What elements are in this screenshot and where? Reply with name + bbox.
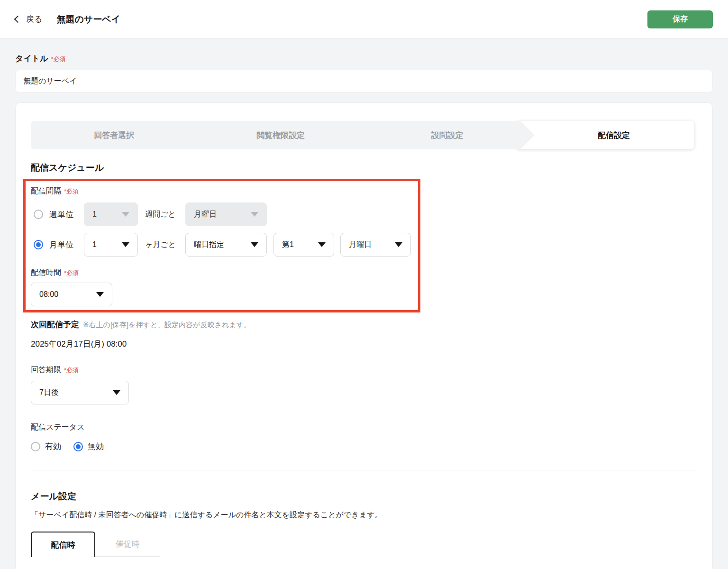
monthly-suffix: ヶ月ごと: [145, 240, 185, 250]
caret-down-icon: [251, 242, 258, 247]
tab-on-reminder[interactable]: 催促時: [95, 532, 160, 557]
weekly-radio[interactable]: [34, 210, 43, 219]
monthly-count-select[interactable]: 1: [84, 233, 138, 257]
deadline-required-badge: *必須: [64, 366, 79, 375]
title-required-badge: *必須: [51, 55, 66, 64]
status-option-enabled[interactable]: 有効: [31, 441, 61, 452]
weekly-interval-row: 週単位 1 週間ごと 月曜日: [34, 202, 410, 226]
weekly-count-select[interactable]: 1: [84, 202, 138, 226]
deadline-label: 回答期限: [31, 365, 61, 375]
caret-down-icon: [96, 292, 104, 297]
step-respondent-selection[interactable]: 回答者選択: [31, 121, 198, 149]
chevron-left-icon: [14, 16, 22, 23]
app-header: 戻る 無題のサーベイ 保存: [0, 0, 728, 39]
next-delivery-label: 次回配信予定: [31, 319, 79, 330]
status-disabled-label: 無効: [88, 441, 104, 452]
step-view-permission[interactable]: 閲覧権限設定: [198, 121, 364, 149]
step-bar: 回答者選択 閲覧権限設定 設問設定 配信設定: [31, 121, 697, 149]
monthly-ordinal-value: 第1: [282, 240, 294, 250]
step-question-settings[interactable]: 設問設定: [364, 121, 531, 149]
status-enabled-radio[interactable]: [31, 442, 40, 451]
page-title: 無題のサーベイ: [56, 13, 120, 26]
delivery-time-required-badge: *必須: [64, 269, 79, 277]
status-disabled-radio[interactable]: [73, 442, 83, 451]
deadline-value: 7日後: [39, 388, 59, 398]
save-button[interactable]: 保存: [647, 10, 713, 28]
interval-label: 配信間隔: [31, 186, 61, 196]
weekly-weekday-select[interactable]: 月曜日: [185, 202, 267, 226]
main-content: タイトル *必須 回答者選択 閲覧権限設定 設問設定 配信設定 配信スケジュール…: [0, 39, 728, 569]
mail-tabs: 配信時 催促時: [31, 532, 697, 557]
monthly-mode-select[interactable]: 曜日指定: [185, 233, 267, 257]
interval-required-badge: *必須: [64, 187, 79, 196]
title-field-label: タイトル: [15, 53, 48, 64]
delivery-time-label: 配信時間: [31, 268, 61, 278]
schedule-heading: 配信スケジュール: [31, 162, 697, 174]
deadline-select[interactable]: 7日後: [31, 381, 129, 404]
monthly-radio[interactable]: [34, 240, 43, 249]
weekly-count-value: 1: [92, 210, 97, 219]
status-option-disabled[interactable]: 無効: [73, 441, 104, 452]
next-delivery-note: ※右上の[保存]を押すと、設定内容が反映されます。: [83, 321, 251, 330]
weekly-radio-label: 週単位: [49, 209, 84, 220]
status-options: 有効 無効: [31, 441, 697, 452]
delivery-time-select[interactable]: 08:00: [31, 283, 112, 306]
monthly-count-value: 1: [92, 240, 97, 249]
caret-down-icon: [122, 242, 129, 247]
status-label: 配信ステータス: [31, 422, 697, 432]
section-divider: [31, 470, 697, 470]
monthly-weekday-select[interactable]: 月曜日: [340, 233, 411, 257]
status-enabled-label: 有効: [45, 441, 61, 452]
mail-heading: メール設定: [31, 490, 697, 503]
annotation-highlight-box: 配信間隔 *必須 週単位 1 週間ごと 月曜日 月単位: [23, 179, 420, 312]
weekly-suffix: 週間ごと: [145, 210, 185, 220]
caret-down-icon: [251, 212, 258, 217]
monthly-radio-label: 月単位: [49, 239, 84, 250]
caret-down-icon: [122, 212, 129, 217]
monthly-weekday-value: 月曜日: [349, 240, 372, 250]
mail-description: 「サーベイ配信時 / 未回答者への催促時」に送信するメールの件名と本文を設定する…: [31, 510, 697, 520]
delivery-time-value: 08:00: [39, 290, 58, 299]
next-delivery-date: 2025年02月17日(月) 08:00: [31, 339, 697, 349]
caret-down-icon: [113, 390, 120, 395]
weekly-weekday-value: 月曜日: [194, 210, 217, 220]
step-delivery-settings[interactable]: 配信設定: [531, 121, 698, 149]
tab-on-delivery[interactable]: 配信時: [31, 532, 95, 557]
back-label: 戻る: [26, 14, 42, 25]
monthly-ordinal-select[interactable]: 第1: [273, 233, 334, 257]
back-link[interactable]: 戻る: [15, 14, 42, 25]
survey-title-input[interactable]: [15, 70, 713, 92]
monthly-interval-row: 月単位 1 ヶ月ごと 曜日指定 第1 月曜日: [34, 233, 410, 257]
settings-card: 回答者選択 閲覧権限設定 設問設定 配信設定 配信スケジュール 配信間隔 *必須…: [15, 102, 713, 569]
header-left: 戻る 無題のサーベイ: [15, 13, 120, 26]
caret-down-icon: [318, 242, 326, 247]
monthly-mode-value: 曜日指定: [194, 240, 224, 250]
caret-down-icon: [395, 242, 402, 247]
